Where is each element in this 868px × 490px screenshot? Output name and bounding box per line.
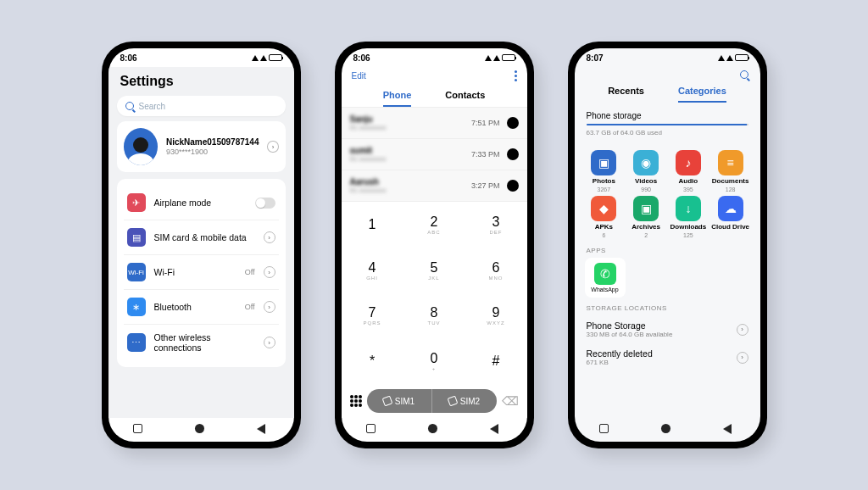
cat-photos[interactable]: ▣Photos3267 bbox=[585, 150, 624, 192]
tab-phone[interactable]: Phone bbox=[383, 90, 412, 107]
key-5[interactable]: 5JKL bbox=[403, 248, 465, 293]
key-8[interactable]: 8TUV bbox=[403, 293, 465, 339]
clock: 8:07 bbox=[587, 53, 604, 63]
airplane-icon: ✈ bbox=[127, 193, 146, 212]
chevron-right-icon: › bbox=[264, 301, 275, 313]
key-7[interactable]: 7PQRS bbox=[342, 293, 403, 339]
call-sim2[interactable]: SIM2 bbox=[432, 389, 497, 413]
chevron-right-icon: › bbox=[737, 352, 748, 364]
cat-downloads[interactable]: ↓Downloads125 bbox=[669, 196, 708, 238]
category-grid: ▣Photos3267◉Videos990♪Audio395≡Documents… bbox=[585, 150, 750, 238]
phone-icon bbox=[381, 396, 392, 407]
bluetooth-icon: ∗ bbox=[127, 298, 146, 316]
key-1[interactable]: 1 bbox=[342, 202, 403, 248]
key-#[interactable]: # bbox=[465, 338, 527, 384]
chevron-right-icon: › bbox=[264, 231, 275, 243]
nav-home[interactable] bbox=[428, 424, 440, 436]
row-other-wireless[interactable]: ⋯ Other wireless connections › bbox=[124, 325, 279, 360]
storage-summary[interactable]: Phone storage 63.7 GB of 64.0 GB used bbox=[585, 106, 750, 142]
dialpad: 12ABC3DEF4GHI5JKL6MNO7PQRS8TUV9WXYZ*0+# … bbox=[342, 202, 527, 418]
whatsapp-icon: ✆ bbox=[594, 263, 616, 285]
edit-button[interactable]: Edit bbox=[352, 71, 366, 81]
info-icon[interactable] bbox=[507, 148, 519, 160]
call-row[interactable]: sumit91 xxxxxxxx 7:33 PM bbox=[342, 139, 527, 170]
key-4[interactable]: 4GHI bbox=[342, 248, 403, 293]
call-row[interactable]: Sanju91 xxxxxxxx 7:51 PM bbox=[342, 108, 527, 139]
cat-apks[interactable]: ◆APKs6 bbox=[585, 196, 624, 238]
app-whatsapp[interactable]: ✆ WhatsApp bbox=[585, 258, 626, 298]
phone-dialer: 8:06 Edit Phone Contacts Sanju91 xxxxxxx… bbox=[335, 42, 534, 448]
tab-contacts[interactable]: Contacts bbox=[445, 90, 485, 107]
backspace-icon[interactable]: ⌫ bbox=[502, 394, 519, 408]
more-icon: ⋯ bbox=[127, 333, 146, 352]
phone-files: 8:07 Recents Categories Phone storage 63… bbox=[568, 42, 767, 448]
search-icon bbox=[125, 102, 134, 110]
nav-back[interactable] bbox=[490, 424, 502, 436]
airplane-toggle[interactable] bbox=[255, 198, 275, 209]
cat-videos[interactable]: ◉Videos990 bbox=[626, 150, 665, 192]
tab-categories[interactable]: Categories bbox=[678, 86, 726, 103]
navbar bbox=[575, 418, 760, 442]
call-row[interactable]: Aarush91 xxxxxxxx 3:27 PM bbox=[342, 170, 527, 202]
tabs: Phone Contacts bbox=[342, 85, 527, 107]
row-sim[interactable]: ▤ SIM card & mobile data › bbox=[124, 220, 279, 255]
page-title: Settings bbox=[120, 74, 282, 89]
chevron-right-icon: › bbox=[267, 141, 278, 153]
key-3[interactable]: 3DEF bbox=[465, 202, 527, 248]
section-locations: STORAGE LOCATIONS bbox=[587, 304, 748, 312]
nav-back[interactable] bbox=[257, 424, 269, 436]
row-wifi[interactable]: Wi-Fi Wi-Fi Off › bbox=[124, 255, 279, 290]
info-icon[interactable] bbox=[507, 180, 519, 192]
call-sim1[interactable]: SIM1 bbox=[367, 389, 432, 413]
nav-recents[interactable] bbox=[599, 424, 611, 436]
info-icon[interactable] bbox=[507, 117, 519, 129]
chevron-right-icon: › bbox=[737, 324, 748, 336]
clock: 8:06 bbox=[353, 53, 370, 63]
row-phone-storage[interactable]: Phone Storage330 MB of 64.0 GB available… bbox=[585, 315, 750, 343]
chevron-right-icon: › bbox=[264, 266, 275, 278]
navbar bbox=[108, 418, 294, 442]
nav-home[interactable] bbox=[661, 424, 673, 436]
tab-recents[interactable]: Recents bbox=[608, 86, 644, 103]
nav-recents[interactable] bbox=[366, 424, 378, 436]
search-input[interactable]: Search bbox=[117, 96, 286, 116]
status-bar: 8:06 bbox=[342, 48, 527, 67]
navbar bbox=[342, 418, 527, 442]
row-recently-deleted[interactable]: Recently deleted671 KB › bbox=[585, 343, 750, 371]
profile-card[interactable]: NickName01509787144 930****1900 › bbox=[117, 121, 286, 172]
phone-settings: 8:06 Settings Search NickName01509787144… bbox=[102, 42, 301, 448]
search-icon[interactable] bbox=[740, 70, 748, 79]
key-2[interactable]: 2ABC bbox=[403, 202, 465, 248]
cat-audio[interactable]: ♪Audio395 bbox=[669, 150, 708, 192]
phone-icon bbox=[447, 396, 458, 407]
key-6[interactable]: 6MNO bbox=[465, 248, 527, 293]
section-apps: APPS bbox=[587, 247, 748, 254]
status-bar: 8:07 bbox=[575, 48, 760, 67]
key-0[interactable]: 0+ bbox=[403, 338, 465, 384]
nav-home[interactable] bbox=[195, 424, 207, 436]
key-9[interactable]: 9WXYZ bbox=[465, 293, 527, 339]
wifi-icon: Wi-Fi bbox=[127, 263, 146, 281]
cat-cloud drive[interactable]: ☁Cloud Drive bbox=[711, 196, 750, 238]
avatar bbox=[124, 128, 158, 165]
sim-icon: ▤ bbox=[127, 228, 146, 247]
key-*[interactable]: * bbox=[342, 338, 403, 384]
call-pill: SIM1 SIM2 bbox=[367, 389, 497, 413]
row-airplane-mode[interactable]: ✈ Airplane mode bbox=[124, 186, 279, 220]
row-bluetooth[interactable]: ∗ Bluetooth Off › bbox=[124, 290, 279, 325]
chevron-right-icon: › bbox=[264, 337, 275, 348]
settings-group: ✈ Airplane mode ▤ SIM card & mobile data… bbox=[117, 179, 286, 367]
nav-recents[interactable] bbox=[133, 424, 145, 436]
keypad-collapse-icon[interactable] bbox=[350, 395, 362, 407]
cat-archives[interactable]: ▣Archives2 bbox=[626, 196, 665, 238]
more-menu-icon[interactable] bbox=[515, 70, 517, 81]
storage-progress bbox=[587, 124, 748, 125]
nav-back[interactable] bbox=[723, 424, 735, 436]
status-bar: 8:06 bbox=[108, 48, 294, 67]
cat-documents[interactable]: ≡Documents128 bbox=[711, 150, 750, 192]
clock: 8:06 bbox=[120, 53, 137, 63]
call-list: Sanju91 xxxxxxxx 7:51 PM sumit91 xxxxxxx… bbox=[342, 107, 527, 202]
